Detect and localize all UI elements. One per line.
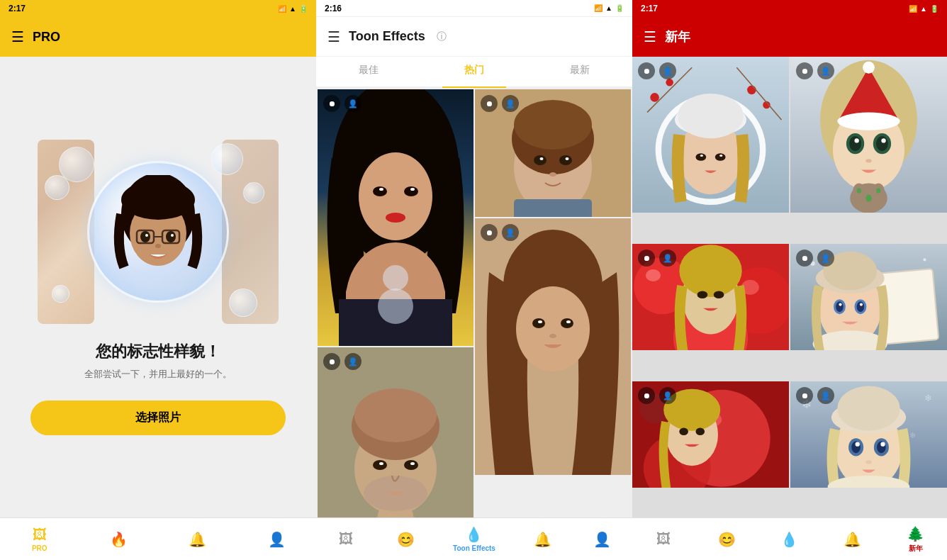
menu-icon-3[interactable]: ☰: [644, 28, 656, 45]
svg-point-135: [856, 442, 860, 447]
hero-bubble: [87, 161, 229, 303]
svg-point-50: [373, 460, 387, 470]
content-grid: ⏺ 👤: [316, 88, 632, 517]
panel3-grid: ⏺ 👤: [632, 57, 947, 517]
info-icon[interactable]: ⓘ: [437, 30, 447, 43]
user-icon-3: 👤: [502, 224, 519, 241]
panel2-bottom-nav: 🖼 😊 💧 Toon Effects 🔔 👤: [316, 517, 632, 560]
p3-item-1-icons: ⏺ 👤: [638, 62, 676, 79]
svg-point-17: [386, 213, 405, 223]
p3-camera-icon-2: ⏺: [796, 62, 813, 79]
signal-icon-2: 📶: [594, 4, 603, 12]
p3-camera-icon-6: ⏺: [796, 387, 813, 404]
p3-user-icon-2: 👤: [817, 62, 834, 79]
grid-item-2[interactable]: ⏺ 👤: [475, 89, 631, 217]
p3-user-icon-3: 👤: [659, 250, 676, 267]
hero-avatar: [89, 163, 227, 301]
svg-point-122: [695, 428, 705, 436]
p3-grid-item-4[interactable]: ⏺ 👤: [790, 244, 947, 380]
tab-popular[interactable]: 热门: [422, 57, 527, 86]
grid-item-1[interactable]: ⏺ 👤: [318, 89, 474, 346]
nav-item-pro[interactable]: 🖼 PRO: [22, 524, 57, 555]
bubble-1: [59, 147, 94, 182]
p3-nav-item-face[interactable]: 😊: [709, 528, 744, 551]
svg-point-80: [881, 138, 885, 142]
p3-grid-item-6[interactable]: ❄ ❄ ❄: [790, 381, 947, 517]
p3-nav-item-bell[interactable]: 🔔: [835, 528, 870, 551]
svg-point-39: [538, 320, 542, 323]
tab-newest[interactable]: 最新: [527, 57, 632, 86]
grid-item-4[interactable]: ⏺ 👤: [318, 347, 474, 517]
select-photo-button[interactable]: 选择照片: [30, 401, 286, 435]
p3-grid-item-2[interactable]: ⏺ 👤: [790, 57, 947, 242]
hero-title: 您的标志性样貌！: [96, 341, 220, 362]
grid-item-3-icons: ⏺ 👤: [481, 224, 519, 241]
svg-point-95: [679, 245, 741, 297]
tab-best[interactable]: 最佳: [316, 57, 422, 86]
battery-icon: 🔋: [299, 5, 308, 13]
p3-nav-item-tree[interactable]: 🌲 新年: [898, 522, 934, 556]
svg-point-65: [695, 153, 706, 161]
p2-nav-item-gallery[interactable]: 🖼: [328, 528, 364, 550]
p2-nav-profile-icon: 👤: [593, 531, 611, 548]
p2-nav-item-toon[interactable]: 💧 Toon Effects: [447, 523, 501, 555]
wifi-icon-3: ▲: [920, 5, 927, 13]
p3-nav-tree-icon: 🌲: [907, 525, 924, 542]
camera-icon-3: ⏺: [481, 224, 498, 241]
svg-point-28: [534, 155, 547, 165]
svg-point-55: [650, 93, 659, 102]
svg-point-7: [145, 234, 148, 237]
nav-item-profile[interactable]: 👤: [259, 528, 294, 551]
svg-point-40: [566, 320, 571, 323]
svg-point-20: [379, 188, 383, 191]
svg-point-87: [876, 188, 880, 193]
p3-item-6-icons: ⏺ 👤: [796, 387, 834, 404]
svg-point-66: [715, 153, 726, 161]
nav-item-fire[interactable]: 🔥: [101, 528, 136, 551]
p2-nav-face-icon: 😊: [397, 531, 415, 548]
wifi-icon-2: ▲: [605, 4, 612, 12]
signal-icon: 📶: [278, 5, 286, 13]
status-bar-3: 2:17 📶 ▲ 🔋: [632, 0, 947, 17]
p3-item-5-icons: ⏺ 👤: [638, 387, 676, 404]
camera-icon-4: ⏺: [323, 353, 340, 370]
panel3-bottom-nav: 🖼 😊 💧 🔔 🌲 新年: [632, 517, 947, 560]
bubble-5: [52, 285, 69, 303]
p2-nav-item-profile[interactable]: 👤: [585, 528, 620, 551]
svg-point-30: [540, 157, 544, 160]
svg-point-85: [865, 194, 871, 202]
p3-grid-item-3[interactable]: ⏺ 👤: [632, 244, 789, 380]
panel1-bottom-nav: 🖼 PRO 🔥 🔔 👤: [0, 517, 316, 560]
nav-item-bell[interactable]: 🔔: [180, 528, 215, 551]
nav-icon-profile: 👤: [268, 531, 286, 548]
p3-nav-tree-label: 新年: [909, 544, 923, 554]
p3-nav-item-gallery[interactable]: 🖼: [646, 528, 681, 550]
svg-point-64: [678, 94, 744, 138]
svg-point-110: [857, 301, 865, 312]
menu-icon-2[interactable]: ☰: [327, 28, 340, 45]
p3-camera-icon-5: ⏺: [638, 387, 655, 404]
p2-nav-toon-icon: 💧: [465, 526, 483, 543]
bubble-6: [229, 289, 257, 317]
menu-icon[interactable]: ☰: [11, 28, 24, 45]
p3-user-icon-6: 👤: [817, 387, 834, 404]
panel-new-year: 2:17 📶 ▲ 🔋 ☰ 新年: [632, 0, 947, 560]
p3-camera-icon-3: ⏺: [638, 250, 655, 267]
battery-icon-3: 🔋: [930, 5, 938, 13]
svg-point-6: [166, 231, 176, 242]
p3-nav-face-icon: 😊: [718, 531, 736, 548]
p2-nav-item-bell[interactable]: 🔔: [525, 528, 561, 551]
tabs-bar: 最佳 热门 最新: [316, 57, 632, 88]
grid-item-3[interactable]: ⏺ 👤: [475, 218, 631, 475]
svg-point-16: [359, 152, 432, 240]
p3-grid-item-1[interactable]: ⏺ 👤: [632, 57, 789, 242]
p2-nav-item-face[interactable]: 😊: [388, 528, 423, 551]
grid-item-4-icons: ⏺ 👤: [323, 353, 362, 370]
svg-point-32: [549, 172, 556, 177]
nav-label-pro: PRO: [32, 544, 47, 552]
panel2-title: Toon Effects: [349, 29, 425, 44]
svg-point-136: [880, 442, 885, 447]
p3-grid-item-5[interactable]: ⏺ 👤: [632, 381, 789, 517]
status-icons-2: 📶 ▲ 🔋: [594, 4, 624, 12]
p3-nav-item-drop[interactable]: 💧: [772, 528, 807, 551]
